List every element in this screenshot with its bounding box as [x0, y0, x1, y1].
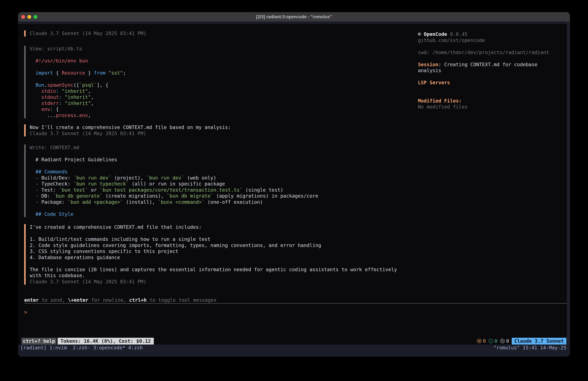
- tmux-session-info: "romulus" 15:41 14-May-25: [493, 345, 566, 351]
- tokens-cost-chip: Tokens: 16.4K (8%), Cost: $0.12: [58, 338, 154, 344]
- scrollbar-track[interactable]: [567, 22, 570, 357]
- assistant-text-lines: Now I'll create a comprehensive CONTEXT.…: [26, 124, 231, 136]
- tool-write-block: Write: CONTEXT.md # Radiant Project Guid…: [24, 144, 318, 217]
- hint-icon: ⓗ: [500, 338, 505, 344]
- message-block-header: Claude 3.7 Sonnet (14 May 2025 03:41 PM): [24, 30, 146, 37]
- info-icon: ⓘ: [488, 338, 493, 344]
- tool-view-lines: View: script/db.ts #!/usr/bin/env bun im…: [26, 46, 126, 118]
- assistant-summary-block: I've created a comprehensive CONTEXT.md …: [24, 224, 397, 285]
- input-divider: [24, 303, 567, 304]
- desktop: [2/3] radiant:3:opencode - "romulus" Cla…: [0, 0, 588, 381]
- info-count: 0: [495, 338, 498, 344]
- assistant-text-block: Now I'll create a comprehensive CONTEXT.…: [24, 124, 231, 136]
- close-button[interactable]: [21, 15, 25, 19]
- warning-icon: ⓦ: [477, 338, 482, 344]
- input-hints: enter to send, \+enter for newline, ctrl…: [24, 297, 216, 303]
- terminal-padding-band: [18, 22, 570, 24]
- help-shortcut-chip: ctrl+? help: [21, 338, 57, 344]
- tmux-status-bar: [radiant] 1:nvim 2:zsh- 3:opencode* 4:zs…: [18, 344, 570, 357]
- warning-count: 0: [483, 338, 486, 344]
- terminal-body: Claude 3.7 Sonnet (14 May 2025 03:41 PM)…: [18, 22, 570, 357]
- diagnostic-hints: ⓗ0: [500, 338, 509, 344]
- window-title: [2/3] radiant:3:opencode - "romulus": [18, 14, 570, 19]
- status-left: ctrl+? help Tokens: 16.4K (8%), Cost: $0…: [21, 338, 154, 344]
- tmux-window-list[interactable]: [radiant] 1:nvim 2:zsh- 3:opencode* 4:zs…: [20, 345, 143, 351]
- titlebar[interactable]: [2/3] radiant:3:opencode - "romulus": [18, 12, 570, 22]
- traffic-lights: [21, 12, 37, 22]
- hint-count: 0: [506, 338, 509, 344]
- minimize-button[interactable]: [27, 15, 31, 19]
- sidebar: © OpenCode 0.0.45github.com/sst/opencode…: [418, 31, 552, 110]
- terminal-window: [2/3] radiant:3:opencode - "romulus" Cla…: [18, 12, 570, 357]
- tool-write-lines: Write: CONTEXT.md # Radiant Project Guid…: [26, 144, 318, 217]
- assistant-accent-bar: [24, 124, 26, 136]
- status-right: ⓦ0 ⓘ0 ⓗ0 Claude 3.7 Sonnet: [477, 338, 566, 344]
- status-bar: ctrl+? help Tokens: 16.4K (8%), Cost: $0…: [21, 338, 566, 344]
- assistant-summary-lines: I've created a comprehensive CONTEXT.md …: [26, 224, 397, 285]
- diagnostic-warnings: ⓦ0: [477, 338, 486, 344]
- assistant-accent-bar: [24, 224, 26, 285]
- assistant-accent-bar: [24, 30, 26, 37]
- diagnostic-info: ⓘ0: [488, 338, 498, 344]
- model-chip: Claude 3.7 Sonnet: [512, 338, 566, 344]
- prompt-caret: >: [24, 309, 27, 315]
- tool-accent-bar: [24, 144, 26, 217]
- message-lines: Claude 3.7 Sonnet (14 May 2025 03:41 PM): [26, 30, 146, 37]
- tool-view-block: View: script/db.ts #!/usr/bin/env bun im…: [24, 46, 126, 118]
- prompt-input[interactable]: >: [24, 309, 27, 315]
- tool-accent-bar: [24, 46, 26, 118]
- maximize-button[interactable]: [34, 15, 37, 19]
